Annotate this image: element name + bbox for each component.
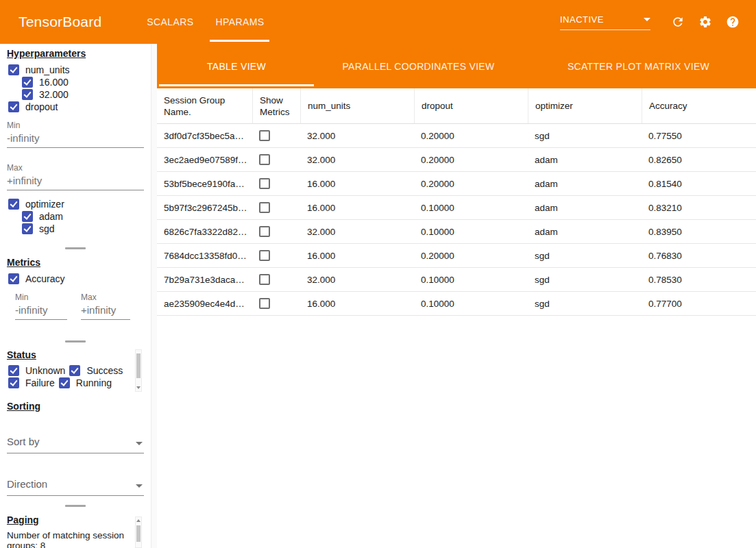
session-group-name-cell: 53bf5bece9190fa… <box>157 179 252 189</box>
checkbox-checked-icon[interactable] <box>69 365 80 376</box>
accuracy-cell: 0.78530 <box>642 275 756 285</box>
num-units-value-32-row[interactable]: 32.000 <box>22 88 69 101</box>
session-group-name-cell: 5b97f3c2967245b… <box>157 203 252 213</box>
direction-select[interactable]: Direction <box>7 478 144 496</box>
col-num-units: num_units <box>300 88 414 123</box>
session-group-name-cell: 3ec2aed9e07589f… <box>157 155 252 165</box>
dropout-min-input[interactable] <box>7 132 144 148</box>
status-unknown-label: Unknown <box>25 365 65 376</box>
hyperparameters-heading: Hyperparameters <box>7 48 86 59</box>
status-unknown-row[interactable]: Unknown <box>8 364 65 377</box>
accuracy-min-label: Min <box>15 292 28 302</box>
tab-parallel-coordinates-view[interactable]: PARALLEL COORDINATES VIEW <box>316 44 521 88</box>
show-metrics-checkbox[interactable] <box>259 130 270 141</box>
status-scrollbar[interactable] <box>135 349 142 392</box>
dropout-cell: 0.10000 <box>414 227 528 237</box>
checkbox-checked-icon[interactable] <box>59 377 70 388</box>
refresh-button[interactable] <box>670 14 686 30</box>
paging-heading: Paging <box>7 514 39 525</box>
show-metrics-checkbox[interactable] <box>259 250 270 261</box>
metric-accuracy-row[interactable]: Accuracy <box>8 273 65 285</box>
status-failure-label: Failure <box>25 377 55 388</box>
settings-button[interactable] <box>697 14 714 30</box>
accuracy-max-input[interactable] <box>81 303 130 320</box>
tab-scalars[interactable]: SCALARS <box>136 0 204 44</box>
accuracy-max-label: Max <box>81 292 97 302</box>
checkbox-checked-icon[interactable] <box>8 199 19 210</box>
scrollbar-thumb[interactable] <box>136 353 141 378</box>
show-metrics-checkbox[interactable] <box>259 298 270 309</box>
paging-scrollbar[interactable] <box>135 516 142 548</box>
show-metrics-cell <box>252 274 300 285</box>
num-units-value-16-row[interactable]: 16.000 <box>22 76 69 88</box>
dropout-cell: 0.20000 <box>414 179 528 189</box>
status-failure-row[interactable]: Failure <box>8 377 55 389</box>
hparam-num-units-row[interactable]: num_units <box>8 64 70 76</box>
main-nav-tabs: SCALARS HPARAMS <box>136 0 275 44</box>
help-icon <box>726 15 740 29</box>
accuracy-cell: 0.81540 <box>642 179 756 189</box>
num-units-cell: 32.000 <box>300 131 414 141</box>
optimizer-cell: sgd <box>528 275 642 285</box>
session-group-name-cell: ae235909ec4e4d… <box>157 299 252 309</box>
section-resize-handle[interactable] <box>65 247 86 249</box>
hparam-optimizer-row[interactable]: optimizer <box>8 198 64 210</box>
optimizer-value-adam-row[interactable]: adam <box>22 210 63 223</box>
tab-scatter-plot-matrix-view[interactable]: SCATTER PLOT MATRIX VIEW <box>521 44 756 88</box>
checkbox-checked-icon[interactable] <box>22 89 33 100</box>
accuracy-cell: 0.82650 <box>642 155 756 165</box>
scrollbar-thumb[interactable] <box>136 525 141 542</box>
num-units-cell: 16.000 <box>300 203 414 213</box>
chevron-down-icon <box>136 484 143 488</box>
status-success-row[interactable]: Success <box>69 364 123 377</box>
col-show-metrics: Show Metrics <box>252 88 300 123</box>
num-units-cell: 16.000 <box>300 299 414 309</box>
checkbox-checked-icon[interactable] <box>22 77 33 88</box>
checkbox-checked-icon[interactable] <box>22 211 33 222</box>
run-status-value: INACTIVE <box>560 14 604 25</box>
app-title: TensorBoard <box>19 14 101 30</box>
direction-value: Direction <box>7 478 47 490</box>
accuracy-cell: 0.83210 <box>642 203 756 213</box>
num-units-cell: 32.000 <box>300 155 414 165</box>
view-tabs: TABLE VIEW PARALLEL COORDINATES VIEW SCA… <box>157 44 756 88</box>
checkbox-checked-icon[interactable] <box>8 64 19 75</box>
num-units-value-16-label: 16.000 <box>39 77 69 88</box>
scroll-up-icon[interactable] <box>136 519 141 522</box>
show-metrics-checkbox[interactable] <box>259 274 270 285</box>
dropout-cell: 0.10000 <box>414 203 528 213</box>
help-button[interactable] <box>724 14 741 30</box>
tab-hparams[interactable]: HPARAMS <box>204 0 275 44</box>
table-row: ae235909ec4e4d… 16.000 0.10000 sgd 0.777… <box>157 292 756 316</box>
dropout-max-input[interactable] <box>7 174 144 190</box>
tab-table-view[interactable]: TABLE VIEW <box>157 44 316 88</box>
show-metrics-checkbox[interactable] <box>259 202 270 213</box>
section-resize-handle[interactable] <box>65 505 86 507</box>
show-metrics-checkbox[interactable] <box>259 154 270 165</box>
checkbox-checked-icon[interactable] <box>8 273 19 284</box>
accuracy-min-input[interactable] <box>15 303 67 320</box>
checkbox-checked-icon[interactable] <box>8 101 19 112</box>
show-metrics-checkbox[interactable] <box>259 178 270 189</box>
num-units-cell: 32.000 <box>300 227 414 237</box>
optimizer-value-sgd-row[interactable]: sgd <box>22 223 55 235</box>
status-running-label: Running <box>76 377 112 388</box>
optimizer-cell: adam <box>528 203 642 213</box>
section-resize-handle[interactable] <box>65 340 86 342</box>
status-running-row[interactable]: Running <box>59 377 112 389</box>
gear-icon <box>698 15 712 29</box>
run-status-select[interactable]: INACTIVE <box>560 14 650 30</box>
status-heading: Status <box>7 349 36 360</box>
col-dropout: dropout <box>414 88 528 123</box>
checkbox-checked-icon[interactable] <box>22 223 33 234</box>
hparam-dropout-row[interactable]: dropout <box>8 101 58 113</box>
show-metrics-checkbox[interactable] <box>259 226 270 237</box>
sort-by-select[interactable]: Sort by <box>7 436 144 453</box>
sidebar-resize-handle[interactable] <box>151 44 157 548</box>
checkbox-checked-icon[interactable] <box>8 377 19 388</box>
chevron-down-icon <box>644 18 650 21</box>
accuracy-cell: 0.77550 <box>642 131 756 141</box>
checkbox-checked-icon[interactable] <box>8 365 19 376</box>
metrics-heading: Metrics <box>7 257 40 268</box>
scroll-down-icon[interactable] <box>136 386 141 389</box>
